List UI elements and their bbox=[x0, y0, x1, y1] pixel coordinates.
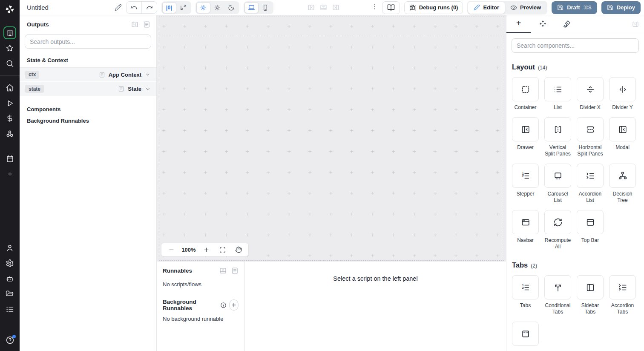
add-background-runnable-button[interactable] bbox=[229, 299, 239, 311]
editor-tab[interactable]: Editor bbox=[468, 2, 505, 14]
ctx-row[interactable]: ctx App Context bbox=[20, 67, 156, 81]
zoom-in-plus-icon[interactable] bbox=[198, 243, 214, 256]
outputs-doc-icon[interactable] bbox=[143, 21, 150, 28]
component-sidebar-tabs[interactable]: Sidebar Tabs bbox=[577, 275, 604, 315]
outputs-search-input[interactable] bbox=[25, 35, 151, 49]
preview-tab[interactable]: Preview bbox=[505, 2, 546, 14]
components-search-input[interactable] bbox=[512, 38, 639, 53]
component-list[interactable]: List bbox=[544, 77, 571, 111]
state-type-label: State bbox=[128, 86, 141, 92]
theme-dark-icon[interactable] bbox=[224, 2, 239, 13]
info-icon[interactable] bbox=[220, 302, 227, 308]
script-editor-area: Select a script on the left panel bbox=[245, 262, 506, 351]
rail-search-icon[interactable] bbox=[2, 56, 17, 71]
fit-view-scan-icon[interactable] bbox=[214, 243, 230, 256]
component-top-bar[interactable]: Top Bar bbox=[577, 210, 604, 250]
rail-create-plus-icon[interactable] bbox=[2, 166, 17, 181]
component-vertical-split-panes[interactable]: Vertical Split Panes bbox=[544, 117, 571, 157]
accordion-list-icon bbox=[586, 171, 595, 181]
components-collapse-panel-icon[interactable] bbox=[632, 15, 644, 33]
state-badge: state bbox=[25, 85, 44, 93]
collapse-left-panel-icon[interactable] bbox=[308, 4, 315, 11]
state-doc-icon[interactable] bbox=[118, 86, 124, 92]
debug-runs-button[interactable]: Debug runs (0) bbox=[404, 1, 463, 14]
device-mobile-icon[interactable] bbox=[259, 2, 273, 13]
runnables-collapse-panel-icon[interactable] bbox=[219, 267, 227, 274]
rail-runs-play-icon[interactable] bbox=[2, 95, 17, 111]
zero-width-toggle[interactable]: |0| bbox=[162, 2, 176, 13]
edit-title-pencil-icon[interactable] bbox=[115, 4, 122, 11]
rail-logs-list-icon[interactable] bbox=[2, 302, 17, 317]
state-row[interactable]: state State bbox=[20, 82, 156, 96]
redo-icon[interactable] bbox=[141, 2, 156, 13]
docs-book-icon bbox=[387, 4, 395, 12]
ctx-doc-icon[interactable] bbox=[99, 72, 105, 78]
rail-apps-icon[interactable] bbox=[3, 26, 16, 39]
maximize-icon[interactable] bbox=[176, 2, 190, 13]
component-accordion-list[interactable]: Accordion List bbox=[577, 164, 604, 204]
rail-help-icon[interactable] bbox=[2, 332, 17, 348]
windmill-logo[interactable] bbox=[4, 4, 15, 17]
rail-schedules-calendar-icon[interactable] bbox=[2, 151, 17, 166]
tab-insert-component[interactable]: + bbox=[506, 15, 531, 33]
component-drawer[interactable]: Drawer bbox=[512, 117, 539, 157]
rail-folders-icon[interactable] bbox=[2, 286, 17, 302]
rail-home-icon[interactable] bbox=[2, 80, 17, 95]
rail-divider bbox=[0, 75, 20, 76]
component-carousel-list[interactable]: Carousel List bbox=[544, 164, 571, 204]
stepper-icon: 12 bbox=[521, 171, 530, 181]
component-stepper[interactable]: 12 Stepper bbox=[512, 164, 539, 204]
component-container[interactable]: Container bbox=[512, 77, 539, 111]
docs-book-button[interactable] bbox=[382, 1, 400, 14]
tab-styling[interactable] bbox=[555, 15, 579, 33]
rail-workers-bot-icon[interactable] bbox=[2, 271, 17, 286]
component-partial-card[interactable] bbox=[512, 322, 539, 349]
rail-variables-dollar-icon[interactable] bbox=[2, 111, 17, 126]
rail-user-icon[interactable] bbox=[2, 240, 17, 256]
tab-component-settings[interactable] bbox=[531, 15, 555, 33]
collapse-bottom-panel-icon[interactable] bbox=[320, 4, 327, 11]
rail-resources-hub-icon[interactable] bbox=[2, 126, 17, 141]
rail-settings-gear-icon[interactable] bbox=[2, 256, 17, 271]
component-decision-tree[interactable]: Decision Tree bbox=[609, 164, 636, 204]
theme-auto-icon[interactable] bbox=[196, 2, 210, 13]
device-desktop-icon[interactable] bbox=[244, 2, 259, 13]
theme-light-icon[interactable] bbox=[210, 2, 224, 13]
editor-label: Editor bbox=[483, 4, 499, 11]
select-script-hint: Select a script on the left panel bbox=[333, 275, 417, 351]
draft-button[interactable]: Draft ⌘S bbox=[552, 1, 597, 14]
state-chevron-down-icon[interactable] bbox=[145, 86, 151, 92]
left-rail bbox=[0, 0, 20, 351]
layout-components-grid: Container List Divider X Divider Y Drawe… bbox=[512, 77, 638, 250]
deploy-label: Deploy bbox=[617, 4, 635, 11]
component-divider-x[interactable]: Divider X bbox=[577, 77, 604, 111]
recompute-icon bbox=[553, 218, 563, 227]
component-divider-y[interactable]: Divider Y bbox=[609, 77, 636, 111]
tabs-icon: 12 bbox=[521, 283, 530, 292]
component-accordion-tabs[interactable]: Accordion Tabs bbox=[609, 275, 636, 315]
component-horizontal-split-panes[interactable]: Horizontal Split Panes bbox=[577, 117, 604, 157]
app-canvas[interactable]: ++++++++++++++++++++++++++++++++++++++++… bbox=[157, 15, 506, 262]
component-conditional-tabs[interactable]: Conditional Tabs bbox=[544, 275, 571, 315]
kebab-menu-icon[interactable] bbox=[371, 3, 378, 12]
component-modal[interactable]: Modal bbox=[609, 117, 636, 157]
runnables-doc-icon[interactable] bbox=[231, 267, 239, 274]
zoom-out-minus-icon[interactable] bbox=[163, 243, 179, 256]
component-recompute-all[interactable]: Recompute All bbox=[544, 210, 571, 250]
collapse-right-panel-icon[interactable] bbox=[332, 4, 339, 11]
undo-icon[interactable] bbox=[126, 2, 141, 13]
pan-hand-icon[interactable] bbox=[230, 243, 247, 256]
runnables-empty-text: No scripts/flows bbox=[163, 281, 239, 288]
outputs-collapse-panel-icon[interactable] bbox=[131, 21, 138, 28]
accordion-tabs-icon bbox=[618, 283, 627, 292]
tabs-components-grid: 12 Tabs Conditional Tabs Sidebar Tabs Ac… bbox=[512, 275, 638, 349]
outputs-panel: Outputs State & Context ctx App Context … bbox=[20, 15, 157, 351]
rail-favorites-star-icon[interactable] bbox=[2, 40, 17, 56]
ctx-chevron-down-icon[interactable] bbox=[145, 72, 151, 78]
deploy-button[interactable]: Deploy bbox=[601, 1, 641, 14]
component-tabs[interactable]: 12 Tabs bbox=[512, 275, 539, 315]
component-navbar[interactable]: Navbar bbox=[512, 210, 539, 250]
state-context-header: State & Context bbox=[20, 53, 156, 67]
conditional-tabs-icon bbox=[553, 283, 563, 292]
bottom-panel: Runnables No scripts/flows Background Ru… bbox=[157, 262, 506, 351]
